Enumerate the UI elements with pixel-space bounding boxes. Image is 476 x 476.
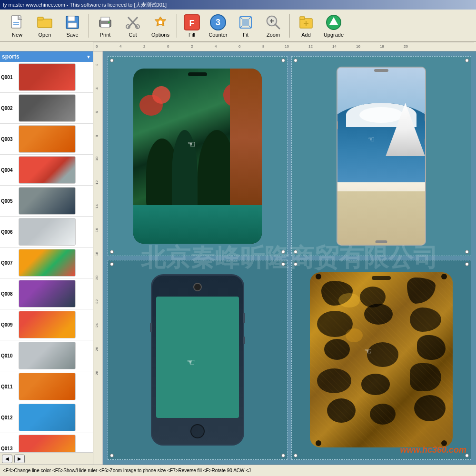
horizontal-ruler: 6 4 2 0 2 4 6 8 10 12 14 16 18 20 <box>93 42 476 51</box>
sel-dot <box>294 250 298 254</box>
svg-rect-22 <box>242 19 249 26</box>
svg-text:22: 22 <box>95 299 99 304</box>
svg-text:10: 10 <box>95 157 99 161</box>
svg-text:2: 2 <box>191 44 193 49</box>
list-item[interactable]: Q010 <box>0 340 93 371</box>
canvas-cell-4[interactable]: ☜ <box>291 260 471 460</box>
svg-text:3: 3 <box>216 18 220 27</box>
list-item[interactable]: Q005 <box>0 186 93 217</box>
svg-text:20: 20 <box>95 276 99 280</box>
svg-text:26: 26 <box>95 347 99 351</box>
sel-dot <box>281 59 285 62</box>
sidebar-nav: ◀ ▶ <box>0 452 93 465</box>
list-item[interactable]: Q007 <box>0 248 93 278</box>
item-label: Q011 <box>1 384 17 389</box>
fit-label: Fit <box>243 32 248 38</box>
sel-dot <box>281 262 285 266</box>
svg-text:4: 4 <box>95 87 99 89</box>
svg-text:0: 0 <box>167 44 169 49</box>
canvas-cell-3[interactable]: ☜ <box>108 260 288 460</box>
dropdown-arrow[interactable]: ▼ <box>86 54 91 60</box>
svg-text:14: 14 <box>95 204 99 208</box>
list-item[interactable]: Q003 <box>0 124 93 155</box>
print-button[interactable]: Print <box>92 12 119 40</box>
canvas-cell-1[interactable]: ☜ <box>108 56 288 256</box>
item-label: Q003 <box>1 137 17 142</box>
cut-label: Cut <box>129 32 137 38</box>
svg-text:16: 16 <box>356 44 360 49</box>
item-thumbnail <box>19 435 76 452</box>
counter-button[interactable]: 3 Counter <box>205 12 231 40</box>
item-thumbnail <box>19 249 76 277</box>
cut-button[interactable]: Cut <box>119 12 146 40</box>
list-item[interactable]: Q012 <box>0 402 93 433</box>
print-label: Print <box>100 32 111 38</box>
svg-text:2: 2 <box>95 63 99 66</box>
svg-text:8: 8 <box>95 135 99 137</box>
fit-icon <box>237 14 254 31</box>
open-label: Open <box>39 32 51 38</box>
svg-text:6: 6 <box>238 44 241 49</box>
vertical-ruler: 2 4 6 8 10 12 14 16 18 20 22 24 26 28 <box>93 51 103 465</box>
zoom-button[interactable]: Zoom <box>260 12 287 40</box>
fill-button[interactable]: F Fill <box>180 12 204 40</box>
list-item[interactable]: Q001 <box>0 62 93 93</box>
item-thumbnail <box>19 373 76 400</box>
list-item[interactable]: Q002 <box>0 93 93 124</box>
list-item[interactable]: Q006 <box>0 217 93 248</box>
sep1 <box>89 14 89 38</box>
upgrade-label: Upgrade <box>324 32 344 38</box>
upgrade-button[interactable]: Upgrade <box>320 12 347 40</box>
item-label: Q002 <box>1 106 17 111</box>
list-item[interactable]: Q009 <box>0 309 93 340</box>
sidebar-list[interactable]: Q001 Q002 Q003 Q004 Q005 <box>0 62 93 452</box>
item-thumbnail <box>19 187 76 215</box>
item-label: Q005 <box>1 198 17 204</box>
fit-button[interactable]: Fit <box>232 12 259 40</box>
canvas-area[interactable]: 北京秦峰昕隆商贸有限公司 <box>103 51 476 465</box>
svg-text:4: 4 <box>215 44 217 49</box>
list-item[interactable]: Q008 <box>0 278 93 309</box>
list-item[interactable]: Q004 <box>0 155 93 186</box>
camera <box>193 283 202 291</box>
item-thumbnail <box>19 280 76 307</box>
item-thumbnail <box>19 342 76 369</box>
svg-rect-33 <box>300 17 305 20</box>
svg-text:24: 24 <box>95 323 99 327</box>
new-icon <box>9 14 26 31</box>
add-button[interactable]: Add <box>293 12 319 40</box>
nav-prev-button[interactable]: ◀ <box>2 455 12 463</box>
save-button[interactable]: Save <box>59 12 86 40</box>
svg-text:F: F <box>189 19 195 28</box>
sep3 <box>289 14 290 38</box>
svg-text:12: 12 <box>308 44 313 49</box>
item-thumbnail <box>19 156 76 184</box>
canvas-cell-2[interactable]: ☜ <box>291 56 471 256</box>
fill-icon: F <box>183 14 200 31</box>
sel-dot <box>294 454 298 457</box>
sel-dot <box>294 59 298 62</box>
options-button[interactable]: Options <box>147 12 174 40</box>
new-button[interactable]: New <box>4 12 30 40</box>
svg-text:14: 14 <box>332 44 337 49</box>
options-label: Options <box>151 32 169 38</box>
open-button[interactable]: Open <box>31 12 58 40</box>
print-icon <box>97 14 114 31</box>
item-thumbnail <box>19 63 76 91</box>
list-item[interactable]: Q011 <box>0 371 93 402</box>
svg-text:6: 6 <box>95 111 99 113</box>
zoom-icon <box>265 14 282 31</box>
sel-dot <box>294 262 298 266</box>
svg-rect-7 <box>68 23 77 28</box>
phone-screen <box>156 297 239 417</box>
zoom-label: Zoom <box>267 32 280 38</box>
list-item[interactable]: Q013 <box>0 433 93 452</box>
case-notch <box>188 72 207 76</box>
nav-next-button[interactable]: ▶ <box>14 455 25 463</box>
svg-rect-6 <box>68 16 75 21</box>
counter-label: Counter <box>208 32 227 38</box>
save-label: Save <box>66 32 78 38</box>
item-label: Q010 <box>1 353 17 358</box>
svg-text:18: 18 <box>380 44 384 49</box>
svg-point-11 <box>108 21 110 23</box>
